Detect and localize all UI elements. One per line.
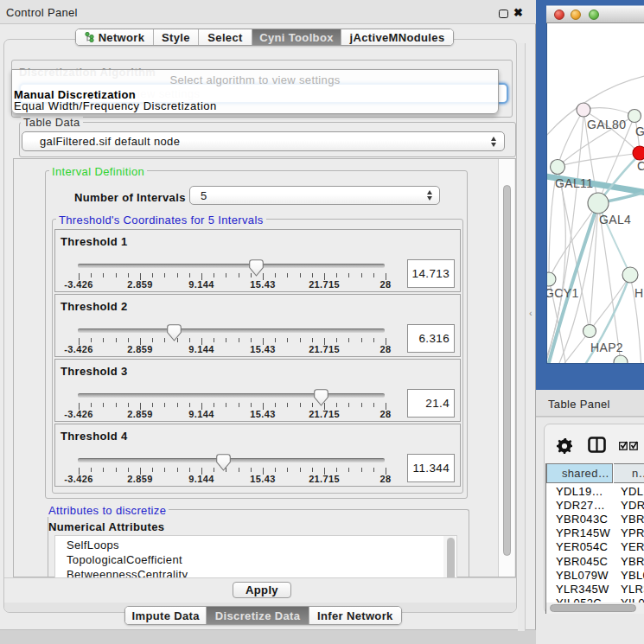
svg-text:GAL11: GAL11 [555, 176, 593, 190]
svg-text:GCY1: GCY1 [547, 286, 579, 300]
svg-text:H: H [634, 286, 643, 300]
svg-text:C: C [637, 159, 644, 173]
svg-text:GAL4: GAL4 [599, 213, 631, 226]
svg-text:GA: GA [635, 124, 644, 138]
svg-text:HAP2: HAP2 [590, 341, 623, 354]
svg-text:GAL80: GAL80 [587, 118, 626, 131]
